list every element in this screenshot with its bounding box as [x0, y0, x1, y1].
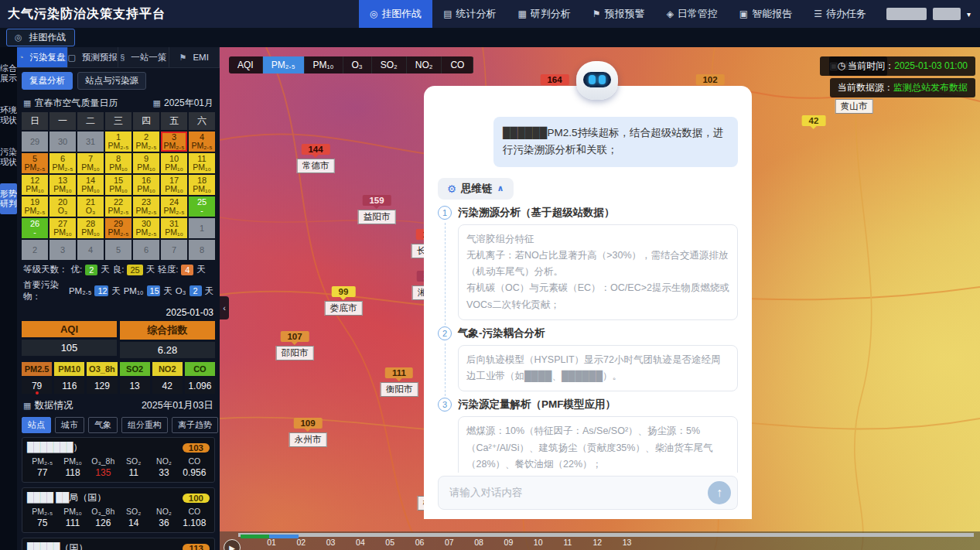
nav-item-预报预警[interactable]: ⚑预报预警: [582, 0, 656, 28]
calendar-day-cell[interactable]: 14PM₁₀: [77, 175, 104, 195]
calendar-day-cell[interactable]: 18PM₁₀: [189, 175, 215, 195]
city-marker-衡阳市[interactable]: 111衡阳市: [381, 367, 418, 397]
calendar-day-cell[interactable]: 20O₃: [50, 196, 76, 217]
station-card[interactable]: ████ ██局（国）100PM₂.₅PM₁₀O₃_8hSO₂NO₂CO7511…: [22, 487, 215, 533]
timeline-tick[interactable]: 07: [445, 538, 454, 547]
rail-item-形势研判[interactable]: 形势研判: [0, 183, 17, 214]
calendar-day-cell[interactable]: 30: [50, 132, 76, 152]
pollutant-chip-header[interactable]: O3_8h: [87, 362, 117, 376]
calendar-day-cell[interactable]: 24PM₂.₅: [161, 196, 187, 217]
calendar-day-cell[interactable]: 4PM₂.₅: [189, 132, 215, 152]
calendar-day-cell[interactable]: 2: [22, 240, 48, 260]
tab-guatu-zuozhan[interactable]: ◎ 挂图作战: [6, 29, 75, 46]
calendar-day-cell[interactable]: 19PM₂.₅: [22, 196, 48, 217]
nav-item-统计分析[interactable]: ▤统计分析: [432, 0, 507, 28]
nav-item-挂图作战[interactable]: ◎挂图作战: [359, 0, 432, 28]
calendar-day-cell[interactable]: 29: [22, 132, 48, 152]
timeline-tick[interactable]: 05: [385, 538, 394, 547]
panel-tab-污染复盘[interactable]: ◔污染复盘: [17, 47, 68, 67]
city-marker-邵阳市[interactable]: 107邵阳市: [276, 331, 314, 360]
station-card[interactable]: █████（国）113PM₂.₅PM₁₀O₃_8hSO₂NO₂CO8511813…: [22, 538, 215, 550]
calendar-day-cell[interactable]: 6PM₂.₅: [50, 153, 76, 173]
calendar-day-cell[interactable]: 7: [161, 240, 187, 260]
rail-item-污染现状[interactable]: 污染现状: [0, 142, 17, 173]
pollutant-chip-header[interactable]: PM2.5: [22, 362, 52, 376]
nav-item-日常管控[interactable]: ◈日常管控: [656, 0, 729, 28]
calendar-day-cell[interactable]: 11PM₁₀: [189, 153, 215, 173]
map-tab-CO[interactable]: CO: [442, 56, 473, 73]
user-box[interactable]: ▾: [877, 8, 980, 20]
panel-tab-预测预报[interactable]: ▢预测预报: [68, 47, 119, 67]
map-tab-O₃[interactable]: O₃: [343, 56, 372, 73]
timeline-tick[interactable]: 13: [623, 538, 632, 547]
map-tab-NO₂[interactable]: NO₂: [407, 56, 442, 73]
calendar-day-cell[interactable]: 8PM₁₀: [105, 153, 131, 173]
calendar-day-cell[interactable]: 5PM₂.₅: [22, 153, 48, 173]
calendar-day-cell[interactable]: 3: [50, 240, 76, 260]
calendar-month-picker[interactable]: ▦2025年01月: [153, 97, 213, 110]
data-tab-离子趋势[interactable]: 离子趋势: [172, 417, 218, 433]
calendar-day-cell[interactable]: 26-: [22, 218, 48, 238]
nav-item-智能报告[interactable]: ▣智能报告: [729, 0, 803, 28]
timeline-tick[interactable]: 11: [564, 538, 572, 547]
data-tab-站点[interactable]: 站点: [22, 417, 51, 433]
calendar-day-cell[interactable]: 9PM₁₀: [133, 153, 159, 173]
calendar-day-cell[interactable]: 25-: [189, 196, 215, 217]
panel-button-复盘分析[interactable]: 复盘分析: [22, 72, 73, 90]
station-card[interactable]: ███████）103PM₂.₅PM₁₀O₃_8hSO₂NO₂CO7711813…: [22, 437, 215, 483]
pollutant-chip-header[interactable]: NO2: [152, 362, 183, 376]
calendar-day-cell[interactable]: 3PM₂.₅: [161, 132, 187, 152]
chat-input[interactable]: 请输入对话内容 ↑: [438, 476, 738, 510]
panel-tab-EMI[interactable]: ⚑EMI: [169, 47, 220, 67]
calendar-day-cell[interactable]: 1: [189, 218, 215, 238]
timeline-tick[interactable]: 12: [592, 538, 602, 547]
calendar-day-cell[interactable]: 23PM₂.₅: [133, 196, 159, 217]
map-tab-PM₁₀[interactable]: PM₁₀: [305, 56, 343, 73]
panel-button-站点与污染源[interactable]: 站点与污染源: [77, 72, 146, 90]
calendar-day-cell[interactable]: 21O₃: [77, 196, 104, 217]
calendar-day-cell[interactable]: 28PM₁₀: [77, 218, 104, 238]
calendar-day-cell[interactable]: 4: [77, 240, 104, 260]
timeline[interactable]: 01020304050607080910111213 ▶: [220, 531, 980, 550]
timeline-tick[interactable]: 02: [296, 538, 306, 547]
calendar-day-cell[interactable]: 31PM₁₀: [161, 218, 187, 238]
data-tab-城市[interactable]: 城市: [55, 417, 84, 433]
panel-tab-一站一策[interactable]: §一站一策: [118, 47, 169, 67]
city-marker-黄山市[interactable]: 黄山市: [835, 95, 873, 114]
play-button[interactable]: ▶: [224, 539, 241, 550]
calendar-day-cell[interactable]: 17PM₁₀: [161, 175, 187, 195]
nav-item-待办任务[interactable]: ☰待办任务: [803, 0, 877, 28]
pollutant-chip-header[interactable]: CO: [185, 362, 215, 376]
rail-item-综合展示[interactable]: 综合展示: [0, 58, 17, 89]
calendar-day-cell[interactable]: 6: [133, 240, 159, 260]
calendar-day-cell[interactable]: 12PM₁₀: [22, 175, 48, 195]
timeline-tick[interactable]: 04: [356, 538, 365, 547]
calendar-day-cell[interactable]: 2PM₂.₅: [133, 132, 159, 152]
user-caret-icon[interactable]: ▾: [967, 10, 971, 19]
calendar-day-cell[interactable]: 16PM₁₀: [133, 175, 159, 195]
calendar-day-cell[interactable]: 7PM₁₀: [77, 153, 104, 173]
pollutant-chip-header[interactable]: PM10: [54, 362, 84, 376]
timeline-track[interactable]: [238, 533, 974, 537]
data-tab-组分重构[interactable]: 组分重构: [121, 417, 168, 433]
calendar-day-cell[interactable]: 29PM₂.₅: [105, 218, 131, 238]
timeline-tick[interactable]: 06: [415, 538, 425, 547]
map-tab-SO₂[interactable]: SO₂: [372, 56, 407, 73]
data-tab-气象[interactable]: 气象: [88, 417, 118, 433]
calendar-day-cell[interactable]: 31: [77, 132, 104, 152]
calendar-day-cell[interactable]: 30PM₂.₅: [133, 218, 159, 238]
map-tab-AQI[interactable]: AQI: [229, 56, 263, 73]
calendar-day-cell[interactable]: 8: [189, 240, 215, 260]
calendar-day-cell[interactable]: 10PM₁₀: [161, 153, 187, 173]
pollutant-chip-header[interactable]: SO2: [120, 362, 150, 376]
rail-item-环境现状[interactable]: 环境现状: [0, 100, 17, 131]
calendar-day-cell[interactable]: 22PM₂.₅: [105, 196, 131, 217]
calendar-day-cell[interactable]: 13PM₁₀: [50, 175, 76, 195]
panel-collapse-handle[interactable]: ‹: [220, 296, 229, 319]
calendar-day-cell[interactable]: 5: [105, 240, 131, 260]
calendar-day-cell[interactable]: 1PM₂.₅: [105, 132, 131, 152]
timeline-tick[interactable]: 03: [326, 538, 336, 547]
calendar-day-cell[interactable]: 27PM₁₀: [50, 218, 76, 238]
nav-item-研判分析[interactable]: ▦研判分析: [507, 0, 582, 28]
timeline-tick[interactable]: 08: [474, 538, 483, 547]
